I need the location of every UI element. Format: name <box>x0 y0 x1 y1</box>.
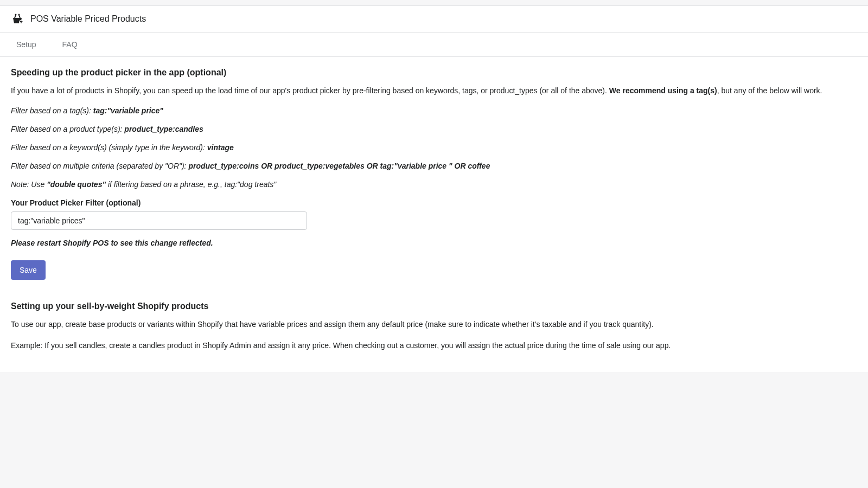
filter-field-label: Your Product Picker Filter (optional) <box>11 198 857 207</box>
note-post: if filtering based on a phrase, e.g., ta… <box>106 180 276 189</box>
intro-text-post: , but any of the below will work. <box>717 86 822 95</box>
save-button[interactable]: Save <box>11 260 46 280</box>
basket-icon <box>11 12 24 25</box>
filter-tag-line: Filter based on a tag(s): tag:"variable … <box>11 106 857 115</box>
note-bold: "double quotes" <box>47 180 106 189</box>
svg-point-0 <box>15 14 17 16</box>
intro-text-bold: We recommend using a tag(s) <box>609 86 717 95</box>
filter-tag-value: tag:"variable price" <box>93 106 163 115</box>
filter-multi-line: Filter based on multiple criteria (separ… <box>11 162 857 170</box>
filter-type-value: product_type:candles <box>124 125 203 133</box>
app-title: POS Variable Priced Products <box>30 14 146 24</box>
tab-faq[interactable]: FAQ <box>57 33 83 56</box>
section2-p1: To use our app, create base products or … <box>11 319 857 330</box>
filter-keyword-label: Filter based on a keyword(s) (simply typ… <box>11 143 207 152</box>
restart-note: Please restart Shopify POS to see this c… <box>11 239 857 247</box>
filter-multi-value: product_type:coins OR product_type:veget… <box>188 162 490 170</box>
filter-tag-label: Filter based on a tag(s): <box>11 106 93 115</box>
intro-text-pre: If you have a lot of products in Shopify… <box>11 86 609 95</box>
section-heading-speedup: Speeding up the product picker in the ap… <box>11 68 857 78</box>
note-line: Note: Use "double quotes" if filtering b… <box>11 180 857 189</box>
app-header: POS Variable Priced Products <box>0 5 868 33</box>
nav-tabs: Setup FAQ <box>0 33 868 57</box>
filter-keyword-value: vintage <box>207 143 234 152</box>
filter-multi-label: Filter based on multiple criteria (separ… <box>11 162 188 170</box>
filter-input[interactable] <box>11 211 307 230</box>
filter-keyword-line: Filter based on a keyword(s) (simply typ… <box>11 143 857 152</box>
section-heading-sellbyweight: Setting up your sell-by-weight Shopify p… <box>11 301 857 311</box>
filter-type-label: Filter based on a product type(s): <box>11 125 124 133</box>
intro-paragraph: If you have a lot of products in Shopify… <box>11 85 857 97</box>
note-pre: Note: Use <box>11 180 47 189</box>
main-content: Speeding up the product picker in the ap… <box>0 57 868 372</box>
filter-type-line: Filter based on a product type(s): produ… <box>11 125 857 133</box>
tab-setup[interactable]: Setup <box>11 33 42 56</box>
svg-point-1 <box>18 14 20 16</box>
section2-p2: Example: If you sell candles, create a c… <box>11 340 857 351</box>
